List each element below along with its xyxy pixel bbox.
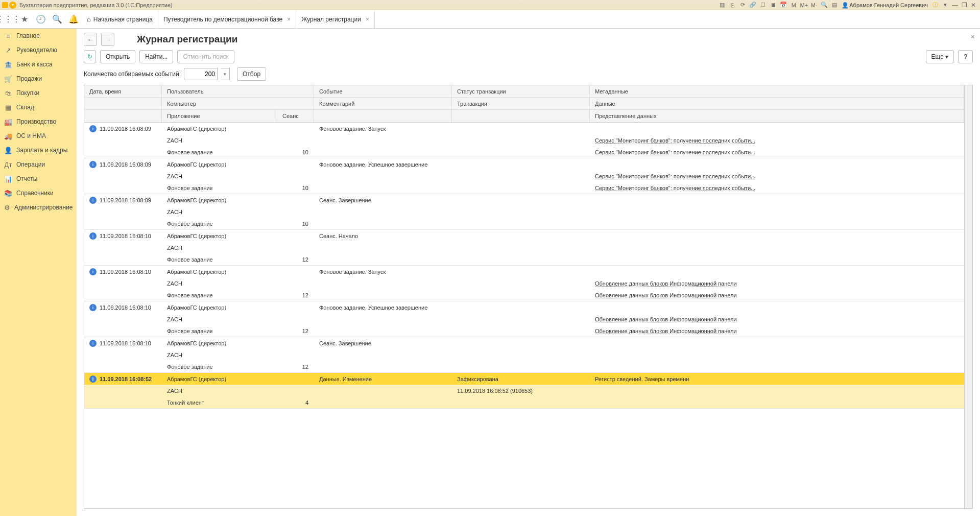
- cell-repr-link[interactable]: Сервис "Мониторинг банков": получение по…: [595, 149, 755, 155]
- sidebar-item-5[interactable]: ▦Склад: [0, 100, 77, 114]
- apps-icon[interactable]: ⋮⋮⋮: [1, 12, 15, 27]
- tab-close-icon[interactable]: ×: [287, 16, 291, 23]
- window-minimize[interactable]: —: [950, 2, 960, 9]
- col-comment[interactable]: Комментарий: [314, 98, 452, 109]
- titlebar-mminus[interactable]: M-: [810, 1, 818, 9]
- favorite-icon[interactable]: ★: [17, 12, 32, 27]
- sidebar-icon: ▦: [4, 104, 12, 111]
- cell-computer: ZACH: [162, 137, 314, 144]
- nav-back-button[interactable]: ←: [84, 33, 97, 46]
- sidebar-icon: Дт: [4, 161, 12, 169]
- table-row[interactable]: i11.09.2018 16:08:10АбрамовГС (директор)…: [84, 337, 964, 373]
- titlebar-zoom-icon[interactable]: 🔍: [820, 1, 828, 9]
- find-button[interactable]: Найти...: [139, 50, 173, 63]
- nav-forward-button[interactable]: →: [101, 33, 114, 46]
- table-row[interactable]: i11.09.2018 16:08:09АбрамовГС (директор)…: [84, 194, 964, 230]
- cell-repr-link[interactable]: Обновление данных блоков Информационной …: [595, 328, 737, 334]
- titlebar-icon-2[interactable]: ⎘: [728, 1, 736, 9]
- sidebar-label: Склад: [16, 104, 34, 111]
- titlebar-windows-icon[interactable]: ▤: [830, 1, 839, 9]
- cell-computer: ZACH: [162, 316, 314, 322]
- titlebar-icon-3[interactable]: ⟳: [738, 1, 747, 9]
- titlebar-m[interactable]: M: [790, 1, 798, 9]
- titlebar-icon-calc[interactable]: 🖩: [769, 1, 777, 9]
- cell-representation: Сервис "Мониторинг банков": получение по…: [590, 185, 964, 191]
- search-icon[interactable]: 🔍: [50, 12, 64, 27]
- tab-2[interactable]: Журнал регистрации×: [296, 10, 375, 28]
- open-button[interactable]: Открыть: [100, 50, 135, 63]
- filter-button[interactable]: Отбор: [237, 67, 266, 81]
- table-row[interactable]: i11.09.2018 16:08:09АбрамовГС (директор)…: [84, 123, 964, 158]
- window-close[interactable]: ✕: [969, 2, 978, 9]
- cell-datetime: 11.09.2018 16:08:10: [100, 304, 151, 311]
- app-menu-icon[interactable]: [9, 2, 16, 9]
- col-computer[interactable]: Компьютер: [162, 98, 314, 109]
- col-transaction[interactable]: Транзакция: [452, 98, 590, 109]
- col-status[interactable]: Статус транзакции: [452, 85, 590, 97]
- cell-repr-link[interactable]: Обновление данных блоков Информационной …: [595, 292, 737, 298]
- refresh-button[interactable]: ↻: [84, 50, 96, 63]
- table-row[interactable]: i11.09.2018 16:08:10АбрамовГС (директор)…: [84, 266, 964, 301]
- content-close[interactable]: ×: [971, 33, 975, 41]
- sidebar-item-3[interactable]: 🛒Продажи: [0, 72, 77, 86]
- col-application[interactable]: Приложение: [162, 110, 277, 122]
- sidebar-item-8[interactable]: 👤Зарплата и кадры: [0, 143, 77, 157]
- titlebar-icon-4[interactable]: 🔗: [749, 1, 757, 9]
- sidebar-item-10[interactable]: 📊Отчеты: [0, 172, 77, 186]
- col-repr[interactable]: Представление данных: [590, 110, 964, 122]
- sidebar-item-12[interactable]: ⚙Администрирование: [0, 200, 77, 215]
- col-metadata[interactable]: Метаданные: [590, 85, 964, 97]
- col-data[interactable]: Данные: [590, 98, 964, 109]
- sidebar-item-11[interactable]: 📚Справочники: [0, 186, 77, 200]
- cell-datetime: 11.09.2018 16:08:10: [100, 340, 151, 346]
- col-datetime[interactable]: Дата, время: [84, 85, 162, 97]
- cell-data-link[interactable]: Сервис "Мониторинг банков": получение по…: [595, 137, 755, 144]
- cell-application: Фоновое задание: [162, 292, 277, 298]
- help-button[interactable]: ?: [958, 50, 973, 63]
- titlebar-dropdown-icon[interactable]: ▾: [941, 1, 949, 9]
- more-button[interactable]: Еще ▾: [926, 50, 954, 63]
- filter-label: Количество отбираемых событий:: [84, 71, 181, 78]
- cell-data-link[interactable]: Сервис "Мониторинг банков": получение по…: [595, 173, 755, 179]
- history-icon[interactable]: 🕘: [34, 12, 48, 27]
- tab-0[interactable]: ⌂Начальная страница: [82, 10, 158, 28]
- table-row[interactable]: i11.09.2018 16:08:09АбрамовГС (директор)…: [84, 158, 964, 194]
- cell-repr-link[interactable]: Сервис "Мониторинг банков": получение по…: [595, 185, 755, 191]
- cell-application: Фоновое задание: [162, 256, 277, 263]
- titlebar-icon-1[interactable]: ▥: [718, 1, 726, 9]
- tab-1[interactable]: Путеводитель по демонстрационной базе×: [158, 10, 296, 28]
- col-session[interactable]: Сеанс: [277, 110, 314, 122]
- col-event[interactable]: Событие: [314, 85, 452, 97]
- sidebar-item-9[interactable]: ДтОперации: [0, 157, 77, 172]
- titlebar-user[interactable]: 👤 Абрамов Геннадий Сергеевич: [842, 2, 928, 8]
- filter-count-input[interactable]: [184, 68, 218, 80]
- vertical-scrollbar[interactable]: [964, 85, 972, 508]
- cell-data-link[interactable]: Обновление данных блоков Информационной …: [595, 316, 737, 322]
- titlebar-info-icon[interactable]: ⓘ: [931, 1, 939, 9]
- cell-datetime: 11.09.2018 16:08:09: [100, 161, 151, 168]
- cell-data-link[interactable]: Обновление данных блоков Информационной …: [595, 280, 737, 287]
- titlebar-icon-5[interactable]: ☐: [759, 1, 767, 9]
- sidebar-item-4[interactable]: 🛍Покупки: [0, 86, 77, 100]
- sidebar-item-6[interactable]: 🏭Производство: [0, 114, 77, 129]
- sidebar-item-7[interactable]: 🚚ОС и НМА: [0, 129, 77, 143]
- table-row[interactable]: i11.09.2018 16:08:52АбрамовГС (директор)…: [84, 373, 964, 409]
- cancel-find-button[interactable]: Отменить поиск: [177, 50, 234, 63]
- sidebar-label: ОС и НМА: [16, 132, 46, 139]
- cell-computer: ZACH: [162, 245, 314, 251]
- sidebar-item-2[interactable]: 🏦Банк и касса: [0, 57, 77, 72]
- cell-session: 12: [277, 292, 314, 298]
- sidebar-item-0[interactable]: ≡Главное: [0, 29, 77, 43]
- table-row[interactable]: i11.09.2018 16:08:10АбрамовГС (директор)…: [84, 301, 964, 337]
- window-restore[interactable]: ❐: [960, 2, 969, 9]
- bell-icon[interactable]: 🔔: [66, 12, 81, 27]
- titlebar-mplus[interactable]: M+: [800, 1, 808, 9]
- filter-spin-icon[interactable]: ▾: [221, 68, 230, 80]
- sidebar-item-1[interactable]: ↗Руководителю: [0, 43, 77, 57]
- tab-close-icon[interactable]: ×: [366, 16, 369, 23]
- titlebar-icon-cal[interactable]: 📅: [779, 1, 787, 9]
- table-row[interactable]: i11.09.2018 16:08:10АбрамовГС (директор)…: [84, 230, 964, 266]
- col-user[interactable]: Пользователь: [162, 85, 314, 97]
- cell-session: 12: [277, 364, 314, 370]
- page-title: Журнал регистрации: [137, 34, 237, 45]
